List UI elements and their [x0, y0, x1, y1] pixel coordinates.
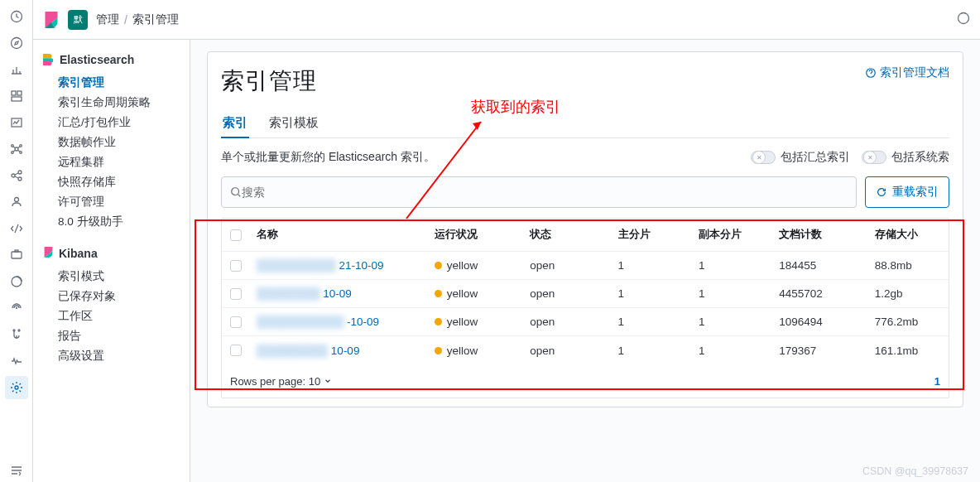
sidebar-item-advanced-settings[interactable]: 高级设置 — [43, 346, 180, 366]
devtools-icon[interactable] — [5, 217, 28, 240]
cell-state: open — [523, 316, 611, 328]
col-state[interactable]: 状态 — [523, 228, 611, 242]
doc-link[interactable]: 索引管理文档 — [865, 65, 949, 80]
discover-icon[interactable] — [5, 31, 28, 55]
row-checkbox[interactable] — [230, 316, 242, 328]
heartbeat-icon[interactable] — [5, 349, 28, 373]
reload-button[interactable]: 重载索引 — [865, 176, 949, 208]
col-shard[interactable]: 主分片 — [612, 228, 692, 242]
select-all-checkbox[interactable] — [230, 229, 242, 241]
svg-point-10 — [19, 152, 22, 154]
sidebar-item-rollup[interactable]: 汇总/打包作业 — [43, 113, 180, 133]
sidebar-item-ilm[interactable]: 索引生命周期策略 — [43, 93, 180, 113]
col-rep[interactable]: 副本分片 — [692, 228, 772, 242]
rows-per-page[interactable]: Rows per page: 10 — [230, 375, 332, 388]
refresh-icon — [876, 186, 887, 198]
cell-name[interactable]: ████████ 10-09 — [250, 287, 428, 300]
sidebar-section-kibana: Kibana — [43, 247, 180, 260]
sidebar-kb-title: Kibana — [59, 247, 98, 260]
management-sidebar: Elasticsearch 索引管理 索引生命周期策略 汇总/打包作业 数据帧作… — [33, 40, 190, 482]
col-name[interactable]: 名称 — [250, 228, 428, 242]
toggle-icon — [862, 151, 886, 164]
table-row[interactable]: ████████ 10-09 yellow open 1 1 4455702 1… — [222, 280, 949, 308]
cell-shard: 1 — [612, 316, 692, 328]
tab-templates[interactable]: 索引模板 — [267, 108, 320, 137]
visualize-icon[interactable] — [5, 58, 28, 81]
sidebar-item-index-management[interactable]: 索引管理 — [43, 73, 180, 93]
svg-point-18 — [16, 308, 17, 309]
sidebar-item-upgrade[interactable]: 8.0 升级助手 — [43, 212, 180, 232]
row-checkbox[interactable] — [230, 288, 242, 300]
table-row[interactable]: ███████████ -10-09 yellow open 1 1 10964… — [222, 308, 949, 336]
search-input[interactable] — [242, 186, 848, 199]
svg-rect-16 — [15, 250, 18, 252]
cell-rep: 1 — [692, 316, 772, 328]
apm-icon[interactable] — [5, 243, 28, 267]
metrics-icon[interactable] — [5, 111, 28, 134]
cell-rep: 1 — [692, 259, 772, 272]
svg-point-20 — [18, 330, 20, 331]
settings-icon[interactable] — [5, 376, 28, 399]
table-row[interactable]: █████████ 10-09 yellow open 1 1 179367 1… — [222, 336, 949, 364]
switch-include-system[interactable]: 包括系统索 — [862, 150, 949, 165]
recent-icon[interactable] — [5, 5, 28, 28]
cell-docs: 1096494 — [772, 316, 867, 328]
svg-point-14 — [14, 198, 18, 202]
top-header: 默 管理 / 索引管理 — [33, 0, 980, 40]
row-checkbox[interactable] — [230, 260, 242, 272]
cell-health: yellow — [428, 345, 523, 357]
cell-health: yellow — [428, 316, 523, 328]
cell-docs: 4455702 — [772, 287, 867, 300]
sidebar-item-reporting[interactable]: 报告 — [43, 326, 180, 346]
col-docs[interactable]: 文档计数 — [772, 228, 867, 242]
logs-icon[interactable] — [5, 323, 28, 346]
user-icon[interactable] — [5, 190, 28, 214]
sidebar-item-snapshots[interactable]: 快照存储库 — [43, 172, 180, 192]
sidebar-item-remote-clusters[interactable]: 远程集群 — [43, 152, 180, 172]
search-icon — [230, 186, 242, 198]
ml-icon[interactable] — [5, 137, 28, 161]
cell-docs: 179367 — [772, 345, 867, 357]
health-dot-icon — [435, 318, 442, 325]
breadcrumb-leaf[interactable]: 索引管理 — [132, 12, 179, 27]
graph-icon[interactable] — [5, 164, 28, 187]
cell-name[interactable]: ██████████ 21-10-09 — [250, 259, 428, 272]
sidebar-item-spaces[interactable]: 工作区 — [43, 306, 180, 326]
svg-point-7 — [11, 145, 13, 147]
breadcrumb-root[interactable]: 管理 — [96, 12, 119, 27]
space-badge[interactable]: 默 — [68, 10, 88, 30]
collapse-icon[interactable] — [5, 459, 28, 482]
svg-point-24 — [232, 188, 239, 195]
sidebar-item-saved-objects[interactable]: 已保存对象 — [43, 287, 180, 306]
table-row[interactable]: ██████████ 21-10-09 yellow open 1 1 1844… — [222, 252, 949, 280]
kibana-logo-icon — [43, 12, 60, 28]
header-help-icon[interactable] — [957, 12, 970, 27]
page-number[interactable]: 1 — [934, 375, 940, 388]
row-checkbox[interactable] — [230, 345, 242, 356]
dashboard-icon[interactable] — [5, 84, 28, 108]
svg-rect-2 — [12, 91, 16, 95]
col-health[interactable]: 运行状况 — [428, 228, 523, 242]
cell-rep: 1 — [692, 345, 772, 357]
tab-indices[interactable]: 索引 — [221, 108, 249, 137]
svg-point-22 — [958, 13, 969, 24]
uptime-icon[interactable] — [5, 270, 28, 293]
switch-include-rollup[interactable]: 包括汇总索引 — [751, 150, 850, 165]
elasticsearch-icon — [43, 54, 55, 65]
sidebar-item-index-patterns[interactable]: 索引模式 — [43, 267, 180, 287]
cell-size: 776.2mb — [868, 316, 949, 328]
infra-icon[interactable] — [5, 296, 28, 320]
doc-link-label: 索引管理文档 — [880, 65, 949, 80]
search-box[interactable] — [221, 176, 857, 208]
sidebar-item-license[interactable]: 许可管理 — [43, 192, 180, 212]
cell-health: yellow — [428, 287, 523, 300]
cell-shard: 1 — [612, 287, 692, 300]
sidebar-item-dataframe[interactable]: 数据帧作业 — [43, 133, 180, 152]
reload-label: 重载索引 — [892, 185, 939, 200]
kibana-icon — [43, 247, 54, 260]
cell-name[interactable]: ███████████ -10-09 — [250, 316, 428, 328]
breadcrumb: 管理 / 索引管理 — [96, 12, 179, 27]
col-size[interactable]: 存储大小 — [868, 228, 949, 242]
cell-state: open — [523, 287, 611, 300]
cell-name[interactable]: █████████ 10-09 — [250, 345, 428, 357]
